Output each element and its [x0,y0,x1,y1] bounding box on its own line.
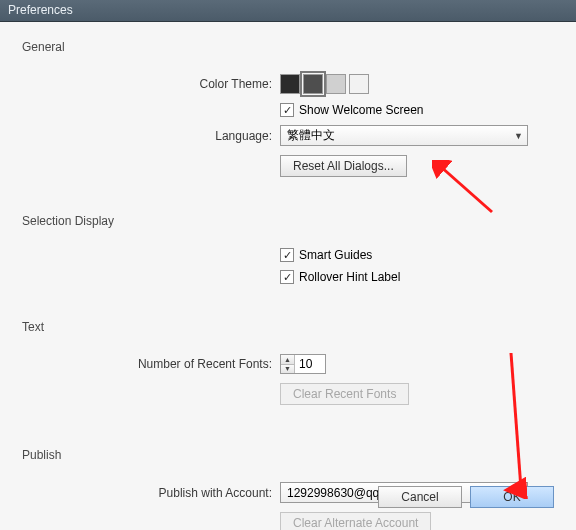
color-theme-swatches [280,74,369,94]
section-general: General [22,40,554,54]
theme-swatch-white[interactable] [349,74,369,94]
stepper-down-icon[interactable]: ▼ [281,365,294,374]
stepper-up-icon[interactable]: ▲ [281,355,294,365]
clear-account-button: Clear Alternate Account [280,512,431,530]
language-value: 繁體中文 [287,127,335,144]
reset-dialogs-button[interactable]: Reset All Dialogs... [280,155,407,177]
rollover-checkbox[interactable] [280,270,294,284]
section-publish: Publish [22,448,554,462]
theme-swatch-dark[interactable] [280,74,300,94]
dialog-footer: Cancel OK [378,486,554,508]
window-title: Preferences [8,3,73,17]
recent-fonts-label: Number of Recent Fonts: [22,357,280,371]
chevron-down-icon: ▼ [514,131,523,141]
rollover-label: Rollover Hint Label [299,270,400,284]
show-welcome-label: Show Welcome Screen [299,103,424,117]
smart-guides-checkbox[interactable] [280,248,294,262]
preferences-body: General Color Theme: Show Welcome Screen… [0,22,576,530]
theme-swatch-gray[interactable] [303,74,323,94]
show-welcome-checkbox[interactable] [280,103,294,117]
ok-button[interactable]: OK [470,486,554,508]
section-text: Text [22,320,554,334]
publish-account-label: Publish with Account: [22,486,280,500]
language-select[interactable]: 繁體中文 ▼ [280,125,528,146]
color-theme-label: Color Theme: [22,77,280,91]
language-label: Language: [22,129,280,143]
titlebar: Preferences [0,0,576,22]
recent-fonts-input[interactable] [295,355,325,373]
recent-fonts-stepper[interactable]: ▲ ▼ [280,354,326,374]
smart-guides-label: Smart Guides [299,248,372,262]
section-selection: Selection Display [22,214,554,228]
cancel-button[interactable]: Cancel [378,486,462,508]
clear-fonts-button: Clear Recent Fonts [280,383,409,405]
theme-swatch-light[interactable] [326,74,346,94]
